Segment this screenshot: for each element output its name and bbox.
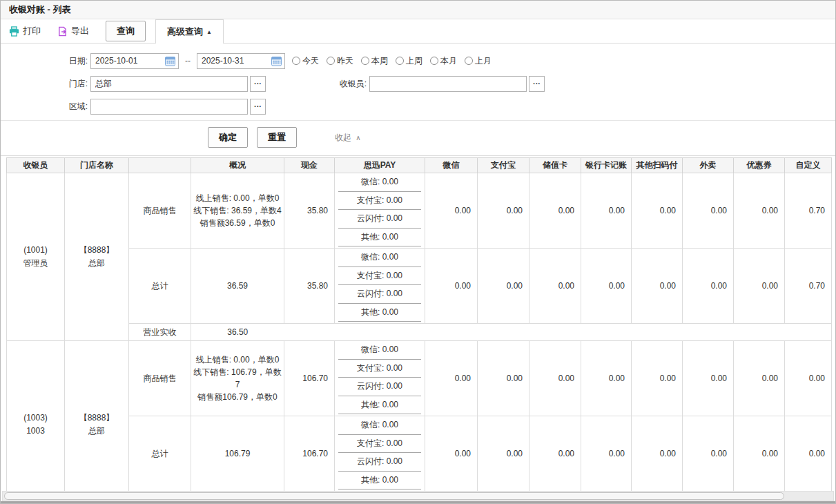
confirm-button[interactable]: 确定 [208,127,248,148]
horizontal-scrollbar[interactable] [2,491,834,501]
cell-cash: 106.70 [284,416,335,492]
sxpay-wechat: 微信: 0.00 [338,173,421,192]
radio-icon [396,57,404,65]
sxpay-other: 其他: 0.00 [338,229,421,247]
col-header-cash: 现金 [284,158,335,173]
collapse-link[interactable]: 收起 ∧ [335,132,361,144]
cell-row-label: 商品销售 [129,341,191,416]
radio-yesterday[interactable]: 昨天 [327,55,353,67]
cell-other-scan: 0.00 [632,173,683,249]
radio-icon [292,57,300,65]
sxpay-unionpay: 云闪付: 0.00 [338,453,421,472]
reset-button[interactable]: 重置 [257,127,297,148]
cell-row-label: 总计 [129,249,191,324]
col-header-overview: 概况 [191,158,284,173]
radio-last-week[interactable]: 上周 [396,55,422,67]
sxpay-alipay: 支付宝: 0.00 [338,435,421,454]
radio-icon [327,57,335,65]
cell-store: 【8888】 总部 [65,173,129,341]
radio-icon [430,57,438,65]
cell-cashier: (1003) 1003 [7,341,65,504]
cell-other-scan: 0.00 [632,249,683,324]
date-label: 日期: [1,55,90,67]
radio-yesterday-label: 昨天 [337,55,353,67]
advanced-query-tab[interactable]: 高级查询 ▲ [155,19,224,43]
chevron-up-icon: ▲ [206,29,212,35]
cell-coupon: 0.00 [734,249,785,324]
page-title: 收银对账 - 列表 [1,1,835,19]
col-header-takeout: 外卖 [683,158,734,173]
date-range-separator: -- [185,56,191,66]
col-header-cashier: 收银员 [7,158,65,173]
query-button[interactable]: 查询 [106,21,146,41]
cell-alipay: 0.00 [478,249,529,324]
cell-cashier: (1001) 管理员 [7,173,65,341]
bottom-edge [1,501,835,503]
cell-stored-card: 0.00 [529,341,581,416]
store-code: 【8888】 [65,244,128,257]
overview-line: 线下销售: 106.79，单数7 [191,366,284,391]
cell-stored-card: 0.00 [529,249,581,324]
store-more-button[interactable]: ··· [250,76,266,92]
radio-this-week[interactable]: 本周 [361,55,388,67]
store-input[interactable] [90,76,248,92]
store-code: 【8888】 [65,411,128,425]
cell-bank-card: 0.00 [581,416,632,492]
print-button[interactable]: 打印 [9,25,41,37]
cashier-more-button[interactable]: ··· [529,76,545,92]
cell-custom: 0.00 [785,341,832,416]
cell-net-empty [284,324,832,341]
quick-range-group: 今天 昨天 本周 上周 本月 上月 [292,55,499,67]
region-input[interactable] [90,99,248,115]
radio-icon [361,57,369,65]
sxpay-wechat: 微信: 0.00 [338,249,421,267]
radio-last-month[interactable]: 上月 [465,55,492,67]
cell-custom: 0.00 [785,416,832,492]
cell-takeout: 0.00 [683,249,734,324]
printer-icon [9,26,19,37]
cell-takeout: 0.00 [683,416,734,492]
radio-icon [465,57,473,65]
radio-this-month[interactable]: 本月 [430,55,457,67]
calendar-icon[interactable] [271,55,282,69]
cell-coupon: 0.00 [734,341,785,416]
table-wrap: 收银员 门店名称 概况 现金 思迅PAY 微信 支付宝 储值卡 银行卡记账 其他… [6,157,830,504]
sxpay-alipay: 支付宝: 0.00 [338,360,421,378]
overview-line: 销售额106.79，单数0 [191,391,284,403]
radio-today-label: 今天 [302,55,319,67]
cell-overview: 106.79 [191,416,284,492]
cashier-label: 收银员: [325,78,369,90]
radio-today[interactable]: 今天 [292,55,319,67]
radio-last-month-label: 上月 [475,55,492,67]
radio-this-week-label: 本周 [371,55,388,67]
scrollbar-thumb[interactable] [4,492,784,500]
store-label: 门店: [1,78,90,90]
radio-this-month-label: 本月 [440,55,457,67]
collapse-label: 收起 [335,133,351,142]
radio-last-week-label: 上周 [406,55,422,67]
sxpay-wechat: 微信: 0.00 [338,416,421,435]
cell-row-label: 商品销售 [129,173,191,249]
calendar-icon[interactable] [164,55,176,69]
region-more-button[interactable]: ··· [250,99,266,115]
table-row: (1003) 1003 【8888】 总部 商品销售 线上销售: 0.00，单数… [7,341,832,416]
cell-net-label: 营业实收 [129,324,191,341]
cell-wechat: 0.00 [425,416,478,492]
cell-store: 【8888】 总部 [65,341,129,504]
toolbar: 打印 导出 查询 高级查询 ▲ [1,19,835,43]
sxpay-alipay: 支付宝: 0.00 [338,267,421,286]
cashier-input[interactable] [369,76,527,92]
cell-wechat: 0.00 [425,249,478,324]
sxpay-other: 其他: 0.00 [338,396,421,415]
cell-wechat: 0.00 [425,341,478,416]
col-header-store-name: 门店名称 [65,158,129,173]
overview-line: 线下销售: 36.59，单数4 [191,204,284,217]
print-label: 打印 [23,25,41,37]
filter-row-region: 区域: ··· [1,97,835,115]
cell-sxpay: 微信: 0.00 支付宝: 0.00 云闪付: 0.00 其他: 0.00 [335,416,425,492]
sxpay-wechat: 微信: 0.00 [338,341,421,360]
col-header-other-scan: 其他扫码付 [632,158,683,173]
export-button[interactable]: 导出 [57,25,89,37]
filter-row-store: 门店: ··· 收银员: ··· [1,75,835,93]
sxpay-unionpay: 云闪付: 0.00 [338,378,421,396]
